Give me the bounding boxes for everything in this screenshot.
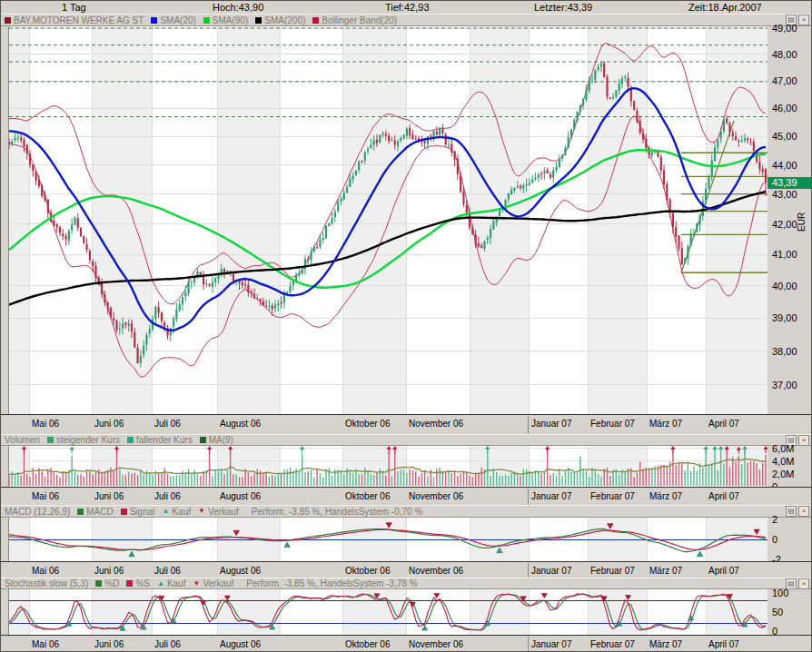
legend-item: BAY.MOTOREN WERKE AG ST [5,15,144,25]
volume-chart-svg [9,446,767,487]
price-chart-plot[interactable] [8,26,767,414]
legend-item: Signal [121,507,155,517]
month-label: Juli 06 [154,491,181,501]
legend-item: SMA(90) [203,15,248,25]
legend-swatch [77,509,84,515]
volume-title: Volumen [5,435,40,445]
stochastik-legend: %D%S▲Kauf▼Verkauf [95,578,233,588]
month-label: Februar 07 [590,419,635,429]
month-label: April 07 [708,419,739,429]
legend-swatch [126,580,133,587]
legend-label: Verkauf [203,578,233,588]
year-divider [528,489,529,505]
main-chart-legend: BAY.MOTOREN WERKE AG STSMA(20)SMA(90)SMA… [5,15,397,25]
volume-tick-label: 4,0M [772,456,794,467]
month-label: Oktober 06 [345,639,390,649]
month-label: Juni 06 [94,639,124,649]
legend-label: SMA(20) [160,15,195,25]
price-tick-label: 40,00 [772,281,797,291]
quote-field: 1 Tag [62,2,86,13]
macd-plot[interactable] [8,518,767,561]
month-label: November 06 [409,639,463,649]
panel-close-icon[interactable]: × [798,435,809,446]
month-label: April 07 [708,566,739,576]
legend-item: ▼Verkauf [198,507,239,517]
volume-plot[interactable] [8,446,767,487]
macd-performance-text: Perform. -3,85 %, HandelsSystem -0,70 % [252,507,422,517]
panel-close-icon[interactable]: × [798,578,809,589]
stochastik-tick-label: 50 [772,607,783,617]
buy-marker-icon: ▲ [163,508,170,515]
legend-swatch [255,17,262,24]
volume-tick-label: 6,0M [772,443,794,454]
panel-settings-icon[interactable]: ▤ [786,506,797,517]
month-label: Februar 07 [590,639,635,649]
legend-swatch [312,17,319,24]
month-label: Januar 07 [531,639,571,649]
legend-label: %D [104,578,119,588]
chart-application-window: 1 TagHoch:43,90Tief:42,93Letzter:43,39Ze… [0,0,812,652]
month-label: März 07 [649,491,682,501]
time-axis-macd: Mai 06Juni 06Juli 06August 06Oktober 06N… [1,561,812,578]
price-tick-label: 37,00 [772,380,797,390]
price-tick-label: 41,00 [772,249,797,260]
legend-label: %S [135,578,150,588]
macd-title: MACD (12,26,9) [5,507,70,517]
legend-swatch [121,509,127,515]
quote-info-bar: 1 TagHoch:43,90Tief:42,93Letzter:43,39Ze… [1,1,812,14]
month-label: Juni 06 [94,566,124,576]
legend-label: MACD [86,507,113,517]
last-price-badge: 43,39 [767,177,811,189]
price-tick-label: 48,00 [772,49,797,60]
legend-swatch [5,17,11,24]
year-divider [528,416,529,434]
month-label: Mai 06 [32,491,59,501]
stochastik-chart-svg [9,589,767,635]
month-label: Mai 06 [32,639,59,649]
macd-tick-label: 0 [772,534,777,545]
panel-close-icon[interactable]: × [798,15,809,25]
sell-marker-icon: ▼ [193,580,200,588]
volume-titlebar: Volumen steigender Kursfallender KursMA(… [1,434,812,446]
legend-item: MA(9) [200,435,233,445]
month-label: März 07 [649,639,682,649]
legend-swatch [203,17,210,24]
month-label: Juli 06 [154,419,181,429]
legend-item: ▼Verkauf [193,578,233,588]
stochastik-performance-text: Perform. -3,85 %, HandelsSystem -3,78 % [246,578,417,588]
volume-legend: steigender Kursfallender KursMA(9) [47,435,233,445]
stochastik-tick-label: 100 [772,588,788,598]
legend-swatch [47,437,54,443]
legend-item: ▲Kauf [163,507,192,517]
legend-label: Kauf [167,578,186,588]
legend-item: %S [126,578,150,588]
legend-item: fallender Kurs [127,435,193,445]
panel-close-icon[interactable]: × [798,506,809,517]
price-tick-label: 47,00 [772,75,797,86]
price-tick-label: 44,00 [772,160,797,171]
legend-swatch [95,580,102,587]
legend-item: steigender Kurs [47,435,120,445]
price-tick-label: 42,00 [772,219,797,230]
legend-label: Verkauf [208,507,239,517]
macd-panel-icons: ▤ × [786,506,809,517]
month-label: März 07 [649,566,682,576]
month-label: August 06 [220,419,261,429]
price-tick-label: 43,00 [772,189,797,200]
legend-label: BAY.MOTOREN WERKE AG ST [14,15,144,25]
stochastik-titlebar: Stochastik slow (5,3) %D%S▲Kauf▼Verkauf … [1,578,812,589]
legend-item: Bollinger Band(20) [312,15,397,25]
month-label: Juni 06 [94,419,124,429]
legend-swatch [200,437,206,443]
year-divider [528,563,529,578]
legend-item: ▲Kauf [157,578,186,588]
month-label: Oktober 06 [345,419,390,429]
buy-marker-icon: ▲ [157,580,164,588]
month-label: November 06 [409,566,463,576]
month-label: Januar 07 [531,566,571,576]
stochastik-plot[interactable] [8,589,767,635]
main-chart-svg [9,26,767,414]
legend-swatch [127,437,134,443]
price-tick-label: 38,00 [772,346,797,357]
quote-field: Letzter:43,39 [534,2,592,13]
